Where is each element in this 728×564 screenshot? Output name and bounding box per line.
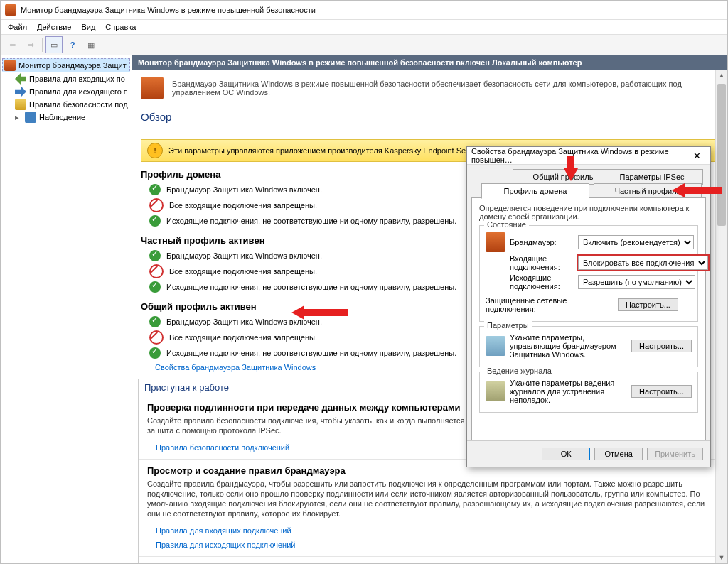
status-text: Все входящие подключения запрещены. <box>169 333 317 342</box>
firewall-icon <box>141 77 164 99</box>
select-outbound[interactable]: Разрешить (по умолчанию) <box>578 275 695 289</box>
dialog-body: Определяется поведение при подключении к… <box>471 197 706 440</box>
menu-action[interactable]: Действие <box>33 21 75 33</box>
ok-icon <box>149 184 161 195</box>
params-text: Укажите параметры, управляющие брандмауэ… <box>510 333 627 359</box>
firewall-icon <box>486 232 505 252</box>
menu-help[interactable]: Справка <box>101 21 140 33</box>
tree-root[interactable]: Монитор брандмауэра Защит <box>2 58 130 72</box>
cancel-button[interactable]: Отмена <box>594 448 643 460</box>
tree-monitor[interactable]: ▸Наблюдение <box>2 111 130 124</box>
menu-file[interactable]: Файл <box>4 21 31 33</box>
group-title: Состояние <box>484 220 529 229</box>
expand-icon[interactable]: ▸ <box>15 113 22 122</box>
monitor-icon <box>25 112 36 123</box>
toolbar: ⬅ ➡ ▭ ? ▦ <box>1 34 727 55</box>
status-text: Все входящие подключения запрещены. <box>169 267 317 276</box>
customize-log-button[interactable]: Настроить... <box>631 385 692 398</box>
scrollbar[interactable]: ▲ ▼ <box>715 70 727 563</box>
select-firewall-state[interactable]: Включить (рекомендуется) <box>578 235 694 249</box>
status-text: Брандмауэр Защитника Windows включен. <box>166 185 322 194</box>
ok-icon <box>149 347 161 359</box>
tab-domain[interactable]: Профиль домена <box>481 183 589 199</box>
firewall-icon <box>5 4 16 16</box>
close-button[interactable]: ✕ <box>688 149 706 162</box>
intro: Брандмауэр Защитника Windows в режиме по… <box>132 70 727 107</box>
tree-pane: Монитор брандмауэра Защит Правила для вх… <box>1 55 132 563</box>
select-inbound[interactable]: Блокировать все подключения <box>578 256 708 270</box>
tree-outbound[interactable]: Правила для исходящего п <box>2 85 130 98</box>
tab-ipsec[interactable]: Параметры IPSec <box>601 169 703 185</box>
menubar: Файл Действие Вид Справка <box>1 20 727 34</box>
ok-icon <box>149 250 161 261</box>
dialog-titlebar: Свойства брандмауэра Защитника Windows в… <box>467 147 710 165</box>
firewall-icon <box>4 60 16 71</box>
status-text: Исходящие подключения, не соответствующи… <box>166 283 456 291</box>
link-consec-rules[interactable]: Правила безопасности подключений <box>156 443 289 452</box>
group-logging: Ведение журнала Укажите параметры ведени… <box>479 372 698 413</box>
profile-description: Определяется поведение при подключении к… <box>479 204 698 221</box>
group-params: Параметры Укажите параметры, управляющие… <box>479 326 698 367</box>
help-button[interactable]: ? <box>64 36 81 53</box>
link-inbound-rules[interactable]: Правила для входящих подключений <box>156 526 291 535</box>
status-text: Все входящие подключения запрещены. <box>169 201 317 210</box>
outbound-icon <box>15 86 26 97</box>
link-outbound-rules[interactable]: Правила для исходящих подключений <box>156 541 295 549</box>
intro-text: Брандмауэр Защитника Windows в режиме по… <box>172 80 719 97</box>
forward-button[interactable]: ➡ <box>22 36 39 53</box>
block-icon <box>149 330 164 345</box>
label-inbound: Входящие подключения: <box>510 254 574 271</box>
ok-icon <box>149 215 161 227</box>
section-overview-title: Обзор <box>141 107 719 126</box>
group-title: Параметры <box>484 321 532 330</box>
settings-icon <box>486 336 505 356</box>
link-firewall-properties[interactable]: Свойства брандмауэра Защитника Windows <box>155 363 316 372</box>
refresh-button[interactable]: ▦ <box>82 36 100 53</box>
tab-private[interactable]: Частный профиль <box>594 183 702 199</box>
block-icon <box>149 198 164 212</box>
tree-consec[interactable]: Правила безопасности под <box>2 98 130 111</box>
inbound-icon <box>15 73 26 85</box>
customize-protected-button[interactable]: Настроить... <box>618 298 678 311</box>
status-text: Брандмауэр Защитника Windows включен. <box>166 318 322 326</box>
tab-public[interactable]: Общий профиль <box>513 169 614 185</box>
ok-button[interactable]: ОК <box>542 448 590 460</box>
titlebar: Монитор брандмауэра Защитника Windows в … <box>1 1 727 20</box>
apply-button[interactable]: Применить <box>647 448 703 460</box>
props-button[interactable]: ▭ <box>46 36 63 53</box>
status-text: Исходящие подключения, не соответствующи… <box>166 217 456 225</box>
separator <box>42 38 43 52</box>
back-button[interactable]: ⬅ <box>4 36 21 53</box>
main-header: Монитор брандмауэра Защитника Windows в … <box>132 55 727 70</box>
scroll-up-button[interactable]: ▲ <box>716 70 727 81</box>
group-title: Ведение журнала <box>484 367 555 375</box>
properties-dialog: Свойства брандмауэра Защитника Windows в… <box>466 146 711 467</box>
scroll-thumb[interactable] <box>717 84 726 226</box>
tree-inbound[interactable]: Правила для входящих по <box>2 72 130 85</box>
tab-strip: Общий профиль Параметры IPSec Профиль до… <box>471 169 706 197</box>
ok-icon <box>149 316 161 327</box>
dialog-footer: ОК Отмена Применить <box>467 440 710 467</box>
menu-view[interactable]: Вид <box>77 21 100 33</box>
block-icon <box>149 264 164 278</box>
label-firewall-state: Брандмауэр: <box>510 238 574 246</box>
log-icon <box>486 381 505 401</box>
label-outbound: Исходящие подключения: <box>510 273 574 291</box>
label-protected: Защищенные сетевые подключения: <box>486 296 614 313</box>
gs-policy-title: Просмотр текущей политики и действий бра… <box>147 563 712 563</box>
dialog-title: Свойства брандмауэра Защитника Windows в… <box>471 147 688 164</box>
gs-rules-text: Создайте правила брандмауэра, чтобы разр… <box>147 479 712 519</box>
status-text: Брандмауэр Защитника Windows включен. <box>166 251 322 260</box>
ok-icon <box>149 281 161 293</box>
scroll-down-button[interactable]: ▼ <box>716 552 727 563</box>
status-text: Исходящие подключения, не соответствующи… <box>166 349 456 357</box>
group-state: Состояние Брандмауэр: Включить (рекоменд… <box>479 225 698 322</box>
warning-icon: ! <box>147 143 163 158</box>
log-text: Укажите параметры ведения журналов для у… <box>510 379 627 404</box>
consec-icon <box>15 99 26 110</box>
customize-params-button[interactable]: Настроить... <box>631 340 692 352</box>
window-title: Монитор брандмауэра Защитника Windows в … <box>21 6 316 14</box>
